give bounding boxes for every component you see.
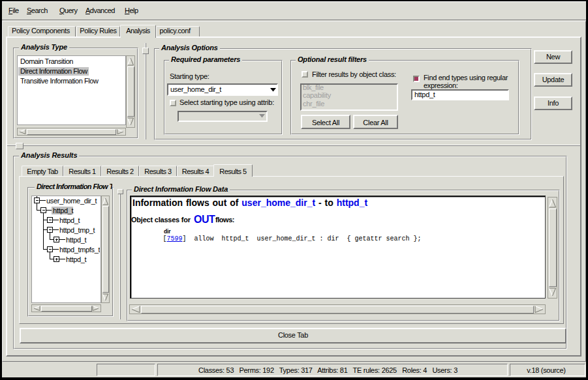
svg-text:httpd_tmpfs_t: httpd_tmpfs_t [59, 246, 100, 254]
svg-text:httpd_t: httpd_t [53, 207, 73, 214]
svg-text:httpd_tmp_t: httpd_tmp_t [59, 226, 95, 234]
svg-text:httpd_t: httpd_t [59, 216, 80, 224]
svg-text:httpd_t: httpd_t [66, 256, 86, 263]
svg-text:httpd_t: httpd_t [66, 236, 86, 244]
svg-text:user_home_dir_t: user_home_dir_t [46, 197, 97, 205]
